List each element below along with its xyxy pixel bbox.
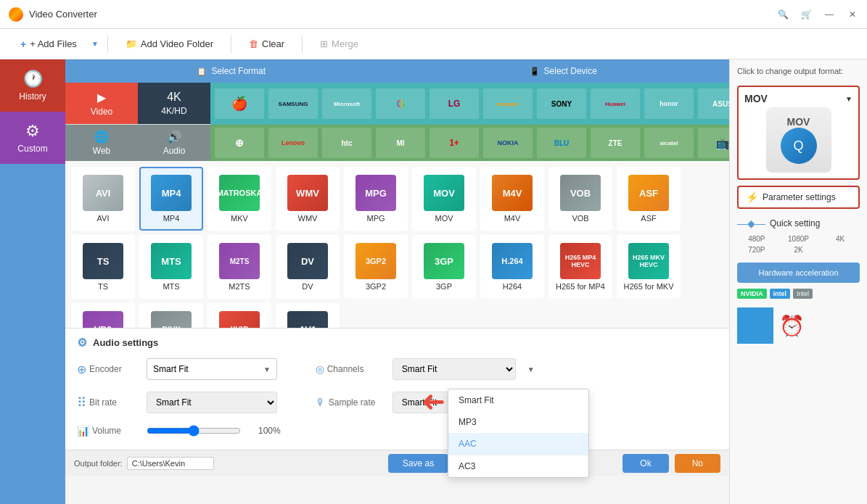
nvidia-badge[interactable]: NVIDIA <box>737 289 767 299</box>
brand-huawei[interactable]: Huawei <box>591 88 640 119</box>
intel-badge-1[interactable]: intel <box>770 289 791 299</box>
mkv-label: MKV <box>231 214 248 223</box>
toolbar-divider-1 <box>107 36 108 53</box>
right-panel-title: Click to change output format: <box>737 67 860 75</box>
brand-tv[interactable]: 📺 <box>698 128 729 158</box>
channels-select[interactable]: Smart Fit <box>393 358 516 380</box>
format-asf[interactable]: ASF ASF <box>617 167 681 231</box>
format-vp9[interactable]: VP9 VP9 <box>71 303 135 328</box>
mpg-thumb: MPG <box>356 175 396 211</box>
right-panel: Click to change output format: MOV ▼ MOV… <box>729 59 867 504</box>
audio-settings-panel: ⚙ Audio settings ⊕ Encoder Smart Fit <box>65 328 729 450</box>
output-format-box[interactable]: MOV ▼ MOV Q <box>737 86 860 180</box>
channels-label: Channels <box>327 364 364 374</box>
add-video-folder-button[interactable]: 📁 Add Video Folder <box>117 35 222 53</box>
category-4k-button[interactable]: 4K 4K/HD <box>138 83 210 124</box>
audio-settings-rows: ⊕ Encoder Smart Fit ▼ Smart Fit MP3 <box>77 358 718 442</box>
brand-asus[interactable]: ASUS <box>698 88 729 119</box>
format-m4v[interactable]: M4V M4V <box>480 167 544 231</box>
format-dv[interactable]: DV DV <box>276 235 340 299</box>
format-ts[interactable]: TS TS <box>71 235 135 299</box>
add-files-dropdown-arrow[interactable]: ▼ <box>91 40 99 48</box>
brand-nokia[interactable]: NOKIA <box>483 128 533 158</box>
category-audio-button[interactable]: 🔊 Audio <box>138 125 210 161</box>
format-m2ts[interactable]: M2TS M2TS <box>207 235 271 299</box>
encoder-value: Smart Fit <box>153 364 189 374</box>
encoder-option-smartfit[interactable]: Smart Fit <box>448 389 588 411</box>
brand-sony[interactable]: SONY <box>537 88 586 119</box>
clear-button[interactable]: 🗑 Clear <box>240 35 293 53</box>
brand-motorola[interactable]: ⊕ <box>215 128 264 158</box>
brand-zte[interactable]: ZTE <box>591 128 640 158</box>
format-mpg[interactable]: MPG MPG <box>344 167 408 231</box>
format-mkv[interactable]: MATROSKA MKV <box>207 167 271 231</box>
encoder-option-ac3[interactable]: AC3 <box>448 455 588 477</box>
cart-button[interactable]: 🛒 <box>800 9 812 20</box>
format-divx[interactable]: DIVX DIVX <box>139 303 203 328</box>
mp4-thumb: MP4 <box>151 175 192 211</box>
encoder-icon: ⊕ <box>77 363 86 376</box>
brand-mi[interactable]: MI <box>376 128 425 158</box>
brand-google[interactable]: G <box>376 88 425 119</box>
format-avi[interactable]: AVI AVI <box>71 167 135 231</box>
h265mkv-label: H265 for MKV <box>623 282 673 291</box>
format-h265-mp4[interactable]: H265 MP4 HEVC H265 for MP4 <box>548 235 612 299</box>
brand-blu[interactable]: BLU <box>537 128 586 158</box>
brand-apple[interactable]: 🍎 <box>215 88 264 119</box>
category-video-button[interactable]: ▶ Video <box>65 83 138 124</box>
search-button[interactable]: 🔍 <box>777 9 789 20</box>
format-wmv[interactable]: WMV WMV <box>276 167 340 231</box>
output-folder-path[interactable]: C:\Users\Kevin <box>127 457 214 470</box>
ok-button[interactable]: Ok <box>622 454 668 473</box>
close-button[interactable]: ✕ <box>847 9 858 20</box>
format-tab-icon: 📋 <box>197 67 207 76</box>
no-button[interactable]: No <box>675 454 720 473</box>
intel-badge-2[interactable]: Intel <box>793 289 813 299</box>
minimize-button[interactable]: — <box>823 9 835 20</box>
vob-thumb: VOB <box>560 175 601 211</box>
volume-slider[interactable] <box>147 425 241 437</box>
format-av1[interactable]: AV1 AV1 <box>276 303 340 328</box>
brand-lg[interactable]: LG <box>430 88 479 119</box>
add-files-button[interactable]: + + Add Files <box>12 35 86 54</box>
blue-square[interactable] <box>737 307 773 344</box>
mts-label: MTS <box>163 282 179 291</box>
avi-label: AVI <box>97 214 110 223</box>
select-format-tab[interactable]: 📋 Select Format <box>65 59 398 83</box>
brand-samsung[interactable]: SAMSUNG <box>268 88 318 119</box>
brand-honor[interactable]: honor <box>644 88 694 119</box>
category-web-button[interactable]: 🌐 Web <box>65 125 138 161</box>
encoder-option-mp3[interactable]: MP3 <box>448 411 588 433</box>
sidebar-item-custom[interactable]: ⚙ Custom <box>0 112 65 164</box>
select-device-label: Select Device <box>544 66 597 76</box>
brand-amazon[interactable]: amazon <box>483 88 533 119</box>
save-as-button[interactable]: Save as <box>388 454 448 473</box>
brand-htc[interactable]: htc <box>322 128 371 158</box>
format-3gp[interactable]: 3GP 3GP <box>412 235 476 299</box>
format-h264[interactable]: H.264 H264 <box>480 235 544 299</box>
sidebar-item-history[interactable]: 🕐 History <box>0 59 65 112</box>
xvid-thumb: XVID <box>219 311 260 328</box>
resolution-grid: 480P 1080P 4K 720P 2K <box>737 235 860 254</box>
select-device-tab[interactable]: 📱 Select Device <box>398 59 730 83</box>
brand-oneplus[interactable]: 1+ <box>430 128 479 158</box>
brand-microsoft[interactable]: Microsoft <box>322 88 371 119</box>
brand-alcatel[interactable]: alcatel <box>644 128 694 158</box>
bitrate-select[interactable]: Smart Fit <box>147 392 277 413</box>
hardware-acceleration-button[interactable]: Hardware acceleration <box>737 263 860 283</box>
plus-icon: + <box>20 38 26 50</box>
merge-button[interactable]: ⊞ Merge <box>311 35 367 53</box>
encoder-label: Encoder <box>89 364 135 374</box>
format-mp4[interactable]: MP4 MP4 <box>139 167 203 231</box>
format-vob[interactable]: VOB VOB <box>548 167 612 231</box>
brand-lenovo[interactable]: Lenovo <box>268 128 318 158</box>
encoder-option-aac[interactable]: AAC <box>448 433 588 455</box>
av1-thumb: AV1 <box>287 311 328 328</box>
encoder-select[interactable]: Smart Fit ▼ <box>147 358 277 380</box>
param-settings-button[interactable]: ⚡ Parameter settings <box>737 186 860 209</box>
format-h265-mkv[interactable]: H265 MKV HEVC H265 for MKV <box>617 235 681 299</box>
format-mov[interactable]: MOV MOV <box>412 167 476 231</box>
format-3gp2[interactable]: 3GP2 3GP2 <box>344 235 408 299</box>
format-xvid[interactable]: XVID XVID <box>207 303 271 328</box>
format-mts[interactable]: MTS MTS <box>139 235 203 299</box>
